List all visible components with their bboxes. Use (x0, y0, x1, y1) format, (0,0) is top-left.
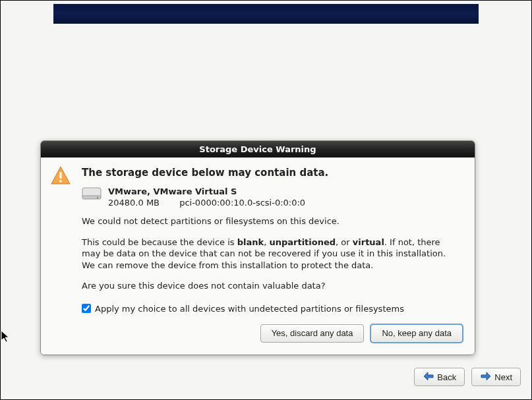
back-button[interactable]: Back (414, 368, 465, 386)
warning-text-1: We could not detect partitions or filesy… (82, 215, 451, 227)
dialog-title: Storage Device Warning (41, 141, 475, 157)
harddisk-icon (82, 186, 102, 203)
apply-all-checkbox-row[interactable]: Apply my choice to all devices with unde… (82, 304, 463, 314)
warning-text-3: Are you sure this device does not contai… (82, 280, 451, 292)
next-button[interactable]: Next (471, 368, 521, 386)
device-size: 20480.0 MB (108, 198, 160, 208)
apply-all-label: Apply my choice to all devices with unde… (95, 304, 404, 314)
installer-banner (53, 4, 479, 24)
svg-rect-0 (60, 172, 62, 179)
warning-icon (50, 165, 71, 188)
warning-heading: The storage device below may contain dat… (82, 167, 463, 179)
device-row: VMware, VMware Virtual S 20480.0 MB pci-… (82, 186, 463, 208)
svg-point-1 (59, 180, 62, 183)
device-path: pci-0000:00:10.0-scsi-0:0:0:0 (179, 198, 305, 208)
back-label: Back (437, 372, 456, 382)
arrow-left-icon (423, 372, 434, 383)
dialog-body: The storage device below may contain dat… (41, 157, 475, 355)
apply-all-checkbox[interactable] (82, 304, 91, 313)
keep-data-button[interactable]: No, keep any data (370, 324, 463, 343)
next-label: Next (494, 372, 512, 382)
device-name: VMware, VMware Virtual S (108, 186, 305, 196)
svg-point-4 (97, 197, 98, 198)
warning-text-2: This could be because the device is blan… (82, 237, 451, 271)
discard-data-button[interactable]: Yes, discard any data (260, 324, 365, 343)
dialog-button-row: Yes, discard any data No, keep any data (82, 324, 463, 345)
arrow-right-icon (480, 372, 492, 383)
wizard-nav: Back Next (414, 368, 521, 386)
mouse-cursor (1, 330, 10, 343)
device-meta: 20480.0 MB pci-0000:00:10.0-scsi-0:0:0:0 (108, 198, 305, 208)
storage-warning-dialog: Storage Device Warning The storage devic… (40, 140, 475, 355)
